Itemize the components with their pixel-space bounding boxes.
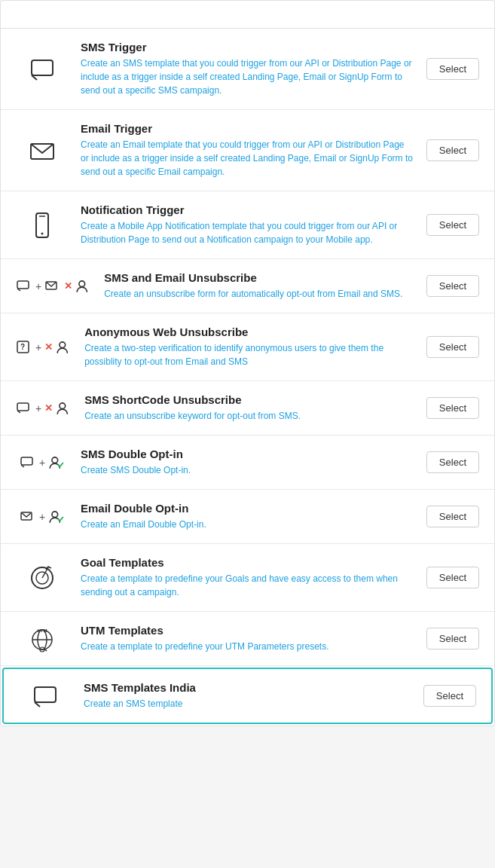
template-item-email-trigger: Email TriggerCreate an Email template th… [1, 110, 494, 191]
anonymous-web-unsubscribe-select-button[interactable]: Select [426, 336, 479, 358]
template-item-notification-trigger: Notification TriggerCreate a Mobile App … [1, 191, 494, 259]
sms-double-optin-description: Create SMS Double Opt-in. [81, 463, 414, 477]
email-trigger-title: Email Trigger [81, 122, 414, 135]
sms-templates-india-title: SMS Templates India [84, 681, 411, 694]
template-item-email-double-optin: + Email Double Opt-inCreate an Email Dou… [1, 490, 494, 544]
svg-rect-6 [17, 281, 29, 289]
goal-templates-select-button[interactable]: Select [426, 567, 479, 588]
svg-point-15 [60, 402, 66, 408]
svg-point-20 [52, 511, 58, 517]
sms-shortcode-unsubscribe-description: Create an unsubscribe keyword for opt-ou… [84, 409, 414, 423]
notification-trigger-select-button[interactable]: Select [426, 214, 479, 236]
email-trigger-icon [16, 136, 69, 165]
sms-shortcode-unsubscribe-title: SMS ShortCode Unsubscribe [84, 393, 414, 406]
sms-double-optin-title: SMS Double Opt-in [81, 448, 414, 460]
utm-templates-icon: UTM [16, 625, 69, 653]
notification-trigger-icon [16, 211, 69, 240]
email-double-optin-select-button[interactable]: Select [426, 506, 479, 527]
goal-templates-content: Goal TemplatesCreate a template to prede… [81, 556, 414, 599]
svg-point-9 [79, 280, 85, 286]
sms-email-unsubscribe-icon: + ✕ [16, 278, 92, 295]
template-item-sms-trigger: SMS TriggerCreate an SMS template that y… [1, 29, 494, 110]
svg-point-12 [60, 341, 66, 347]
notification-trigger-content: Notification TriggerCreate a Mobile App … [81, 203, 414, 246]
email-double-optin-content: Email Double Opt-inCreate an Email Doubl… [81, 502, 414, 531]
anonymous-web-unsubscribe-description: Create a two-step verification to identi… [84, 341, 414, 368]
template-item-goal-templates: Goal TemplatesCreate a template to prede… [1, 544, 494, 612]
sms-shortcode-unsubscribe-content: SMS ShortCode UnsubscribeCreate an unsub… [84, 393, 414, 423]
sms-templates-india-content: SMS Templates IndiaCreate an SMS templat… [84, 681, 411, 711]
sms-trigger-select-button[interactable]: Select [426, 58, 479, 80]
sms-shortcode-unsubscribe-icon: + ✕ [16, 400, 72, 417]
sms-trigger-icon [16, 55, 69, 84]
template-item-sms-double-optin: + SMS Double Opt-inCreate SMS Double Opt… [1, 436, 494, 490]
email-double-optin-title: Email Double Opt-in [81, 502, 414, 515]
sms-templates-india-description: Create an SMS template [84, 697, 411, 711]
template-list: SMS TriggerCreate an SMS template that y… [1, 29, 494, 724]
sms-templates-india-icon [19, 682, 72, 711]
anonymous-web-unsubscribe-icon: ? + ✕ [16, 339, 72, 356]
sms-shortcode-unsubscribe-select-button[interactable]: Select [426, 397, 479, 419]
template-item-sms-templates-india: SMS Templates IndiaCreate an SMS templat… [2, 668, 493, 724]
utm-templates-title: UTM Templates [81, 624, 414, 637]
svg-rect-0 [32, 60, 53, 75]
sms-email-unsubscribe-select-button[interactable]: Select [426, 275, 479, 297]
sms-double-optin-icon: + [16, 454, 69, 471]
template-item-sms-email-unsubscribe: + ✕ SMS and Email UnsubscribeCreate an u… [1, 259, 494, 313]
sms-trigger-title: SMS Trigger [81, 41, 414, 53]
svg-text:UTM: UTM [38, 628, 47, 633]
page-header [1, 1, 494, 29]
template-item-anonymous-web-unsubscribe: ? + ✕ Anonymous Web UnsubscribeCreate a … [1, 313, 494, 381]
sms-email-unsubscribe-title: SMS and Email Unsubscribe [104, 271, 414, 284]
svg-rect-16 [21, 457, 32, 465]
notification-trigger-description: Create a Mobile App Notification templat… [81, 219, 414, 246]
svg-point-4 [41, 232, 44, 234]
anonymous-web-unsubscribe-content: Anonymous Web UnsubscribeCreate a two-st… [84, 326, 414, 368]
svg-rect-13 [17, 403, 29, 411]
email-trigger-content: Email TriggerCreate an Email template th… [81, 122, 414, 179]
email-trigger-select-button[interactable]: Select [426, 139, 479, 161]
email-trigger-description: Create an Email template that you could … [81, 138, 414, 179]
svg-rect-30 [35, 687, 56, 702]
goal-templates-description: Create a template to predefine your Goal… [81, 572, 414, 599]
email-double-optin-description: Create an Email Double Opt-in. [81, 518, 414, 531]
sms-trigger-description: Create an SMS template that you could tr… [81, 57, 414, 97]
create-template-container: SMS TriggerCreate an SMS template that y… [0, 0, 495, 726]
svg-text:?: ? [20, 342, 25, 350]
svg-line-23 [42, 567, 48, 578]
utm-templates-content: UTM TemplatesCreate a template to predef… [81, 624, 414, 653]
sms-double-optin-select-button[interactable]: Select [426, 451, 479, 473]
anonymous-web-unsubscribe-title: Anonymous Web Unsubscribe [84, 326, 414, 338]
sms-templates-india-select-button[interactable]: Select [423, 685, 476, 707]
sms-email-unsubscribe-description: Create an unsubscribe form for automatic… [104, 287, 414, 301]
svg-point-18 [52, 457, 58, 463]
sms-double-optin-content: SMS Double Opt-inCreate SMS Double Opt-i… [81, 448, 414, 477]
sms-trigger-content: SMS TriggerCreate an SMS template that y… [81, 41, 414, 97]
template-item-utm-templates: UTM UTM TemplatesCreate a template to pr… [1, 612, 494, 666]
sms-email-unsubscribe-content: SMS and Email UnsubscribeCreate an unsub… [104, 271, 414, 301]
template-item-sms-shortcode-unsubscribe: + ✕ SMS ShortCode UnsubscribeCreate an u… [1, 381, 494, 436]
notification-trigger-title: Notification Trigger [81, 203, 414, 216]
goal-templates-title: Goal Templates [81, 556, 414, 569]
utm-templates-description: Create a template to predefine your UTM … [81, 640, 414, 653]
utm-templates-select-button[interactable]: Select [426, 628, 479, 649]
email-double-optin-icon: + [16, 509, 69, 525]
goal-templates-icon [16, 564, 69, 592]
